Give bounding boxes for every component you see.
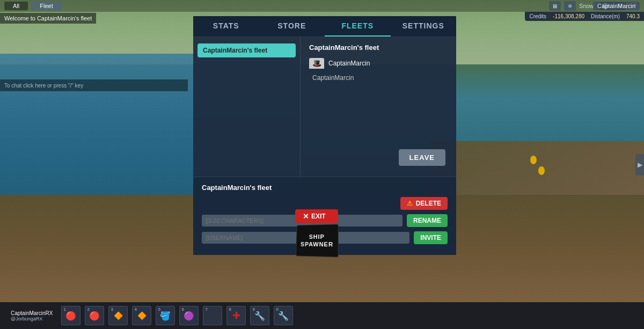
player-name-badge: CaptainMarcin — [593, 2, 640, 10]
distance-label: Distance(m) — [591, 13, 620, 19]
fleet-list-panel: CaptainMarcin's fleet — [193, 37, 301, 177]
player-info: CaptainMarcin — [593, 0, 644, 12]
ship-spawner-box[interactable]: SHIP SPAWNER — [296, 224, 339, 257]
bottom-toolbar: CaptainMarcinRX @JorbungaRX 1 🔴 2 🔴 3 🔶 … — [0, 302, 644, 329]
captain-name: CaptainMarcin — [328, 60, 370, 67]
snow-label: Snow — [579, 3, 594, 9]
ship-spawner-line2: SPAWNER — [301, 240, 333, 248]
delete-button[interactable]: ⚠ DELETE — [400, 197, 448, 210]
right-arrow[interactable]: ▶ — [635, 154, 644, 176]
invite-button[interactable]: INVITE — [414, 231, 448, 244]
distance-value: 740.3 — [626, 13, 640, 19]
toolbar-slot-5[interactable]: 5 🪣 — [156, 306, 175, 325]
tab-fleets[interactable]: FLEETS — [325, 16, 391, 36]
captain-hat-icon: 🎩 — [309, 58, 324, 69]
delete-label: DELETE — [416, 200, 441, 207]
exit-x-icon: ✕ — [303, 212, 309, 221]
credits-label: Credits — [529, 13, 546, 19]
fleet-bottom-title: CaptainMarcin's fleet — [202, 184, 448, 192]
fleet-member-captain: 🎩 CaptainMarcin — [309, 58, 448, 69]
toolbar-slot-8[interactable]: 8 ✚ — [226, 306, 246, 325]
delete-row: ⚠ DELETE — [202, 197, 448, 210]
rename-button[interactable]: RENAME — [407, 214, 448, 227]
toolbar-slot-4[interactable]: 4 🔶 — [132, 306, 151, 325]
grid-icon[interactable]: ⊞ — [549, 1, 561, 11]
toolbar-slot-6[interactable]: 6 🟣 — [179, 306, 199, 325]
exit-ship-container: ✕ EXIT SHIP SPAWNER — [295, 209, 338, 257]
fleet-body: CaptainMarcin's fleet CaptainMarcin's fl… — [193, 37, 456, 177]
fleet-details-title: CaptainMarcin's fleet — [309, 43, 448, 52]
member-name: CaptainMarcin — [312, 74, 354, 82]
fleet-tabs: STATS STORE FLEETS SETTINGS — [193, 16, 456, 37]
chat-box[interactable]: To chat click here or press "/" key — [0, 79, 188, 91]
fleet-member-regular: CaptainMarcin — [309, 74, 448, 82]
toolbar-slot-3[interactable]: 3 🔶 — [108, 306, 128, 325]
tab-stats[interactable]: STATS — [193, 16, 259, 36]
tab-all[interactable]: All — [4, 2, 28, 10]
warning-icon: ⚠ — [407, 200, 413, 207]
exit-button[interactable]: ✕ EXIT — [295, 209, 338, 223]
player-sub-bottom: @JorbungaRX — [11, 316, 53, 321]
player-name-bottom: CaptainMarcinRX — [11, 310, 53, 316]
fleet-list-item[interactable]: CaptainMarcin's fleet — [197, 43, 296, 57]
credits-value: -116,308,280 — [553, 13, 584, 19]
leave-button[interactable]: LEAVE — [399, 149, 445, 166]
tab-store[interactable]: STORE — [259, 16, 325, 36]
fleet-details-panel: CaptainMarcin's fleet 🎩 CaptainMarcin Ca… — [301, 37, 456, 177]
toolbar-slot-1[interactable]: 1 🔴 — [61, 306, 80, 325]
credits-display: Credits -116,308,280 Distance(m) 740.3 — [525, 12, 644, 21]
chat-hint: To chat click here or press "/" key — [4, 83, 83, 89]
toolbar-slot-7[interactable]: 7 — [203, 306, 222, 325]
float-object — [538, 166, 545, 175]
exit-label: EXIT — [311, 213, 326, 220]
ship-spawner-line1: SHIP — [309, 233, 325, 240]
tab-fleet[interactable]: Fleet — [31, 2, 61, 10]
toolbar-slot-0[interactable]: 0 🔧 — [274, 306, 293, 325]
toolbar-slot-9[interactable]: 9 🔧 — [250, 306, 269, 325]
welcome-message: Welcome to CaptainMarcin's fleet — [0, 13, 96, 24]
weather-icon: ❄ — [564, 1, 576, 11]
float-object — [530, 156, 537, 164]
toolbar-slot-2[interactable]: 2 🔴 — [85, 306, 104, 325]
top-bar: All Fleet ⊞ ❄ Snow 🕐 7:29 ? — [0, 0, 644, 12]
tab-settings[interactable]: SETTINGS — [391, 16, 457, 36]
player-avatar-info: CaptainMarcinRX @JorbungaRX — [11, 310, 53, 321]
